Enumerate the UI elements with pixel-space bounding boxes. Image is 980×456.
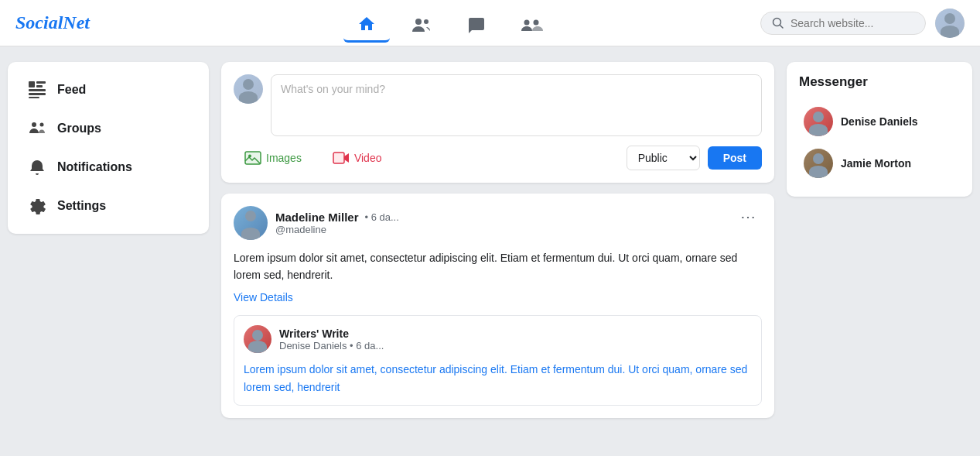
messenger-avatar-denise xyxy=(804,107,833,136)
composer-textarea[interactable] xyxy=(271,74,762,136)
sidebar-label-notifications: Notifications xyxy=(57,160,132,174)
images-button[interactable]: Images xyxy=(234,146,312,170)
sidebar-card: Feed Groups xyxy=(8,62,209,234)
svg-point-12 xyxy=(32,122,36,127)
post-avatar xyxy=(234,206,268,240)
sidebar-label-groups: Groups xyxy=(57,122,101,135)
post-button[interactable]: Post xyxy=(708,146,762,170)
view-details-link[interactable]: View Details xyxy=(234,289,293,306)
visibility-select[interactable]: Public Friends Only Me xyxy=(627,146,700,170)
right-sidebar: Messenger Denise Daniels Jamie Morton xyxy=(787,62,972,418)
svg-rect-9 xyxy=(29,89,46,91)
app-logo: SocialNet xyxy=(15,12,139,33)
post-card: Madeline Miller • 6 da... @madeline ⋯ Lo… xyxy=(221,194,774,418)
svg-point-3 xyxy=(533,19,538,25)
nested-post-header: Writers' Write Denise Daniels • 6 da... xyxy=(244,325,752,353)
nav-friends[interactable] xyxy=(398,4,446,43)
composer-actions: Images Video Public Friends Only Me Po xyxy=(234,146,762,170)
composer-card: Images Video Public Friends Only Me Po xyxy=(221,62,774,183)
groups-icon xyxy=(28,119,46,138)
video-button[interactable]: Video xyxy=(322,146,393,170)
nested-avatar xyxy=(244,325,271,353)
nav-icons xyxy=(343,4,557,43)
search-input[interactable] xyxy=(790,17,914,29)
sidebar-item-groups[interactable]: Groups xyxy=(12,110,204,147)
sidebar-item-feed[interactable]: Feed xyxy=(12,71,204,108)
gear-icon xyxy=(28,197,46,215)
nested-post-body: Lorem ipsum dolor sit amet, consectetur … xyxy=(244,361,752,396)
svg-rect-8 xyxy=(36,85,43,87)
feed-icon xyxy=(28,81,46,99)
svg-rect-11 xyxy=(29,97,39,98)
topnav: SocialNet xyxy=(0,0,980,46)
messenger-title: Messenger xyxy=(799,74,960,90)
messenger-contact-0[interactable]: Denise Daniels xyxy=(799,101,960,142)
composer-user-avatar xyxy=(234,74,263,104)
nav-groups[interactable] xyxy=(507,4,557,43)
post-body: Lorem ipsum dolor sit amet, consectetur … xyxy=(234,249,762,306)
svg-rect-7 xyxy=(36,81,46,84)
page-layout: Feed Groups xyxy=(0,46,980,434)
post-user-info: Madeline Miller • 6 da... @madeline xyxy=(275,211,399,235)
svg-point-2 xyxy=(524,19,529,25)
messenger-contact-1[interactable]: Jamie Morton xyxy=(799,142,960,184)
svg-point-1 xyxy=(424,19,429,24)
image-icon xyxy=(244,151,261,165)
nav-home[interactable] xyxy=(343,4,390,43)
sidebar-item-settings[interactable]: Settings xyxy=(12,187,204,225)
nested-meta: Denise Daniels • 6 da... xyxy=(279,340,384,351)
messenger-name-denise: Denise Daniels xyxy=(841,115,918,128)
post-username: Madeline Miller xyxy=(275,211,359,224)
composer-right: Public Friends Only Me Post xyxy=(627,146,762,170)
video-icon xyxy=(333,151,350,165)
messenger-card: Messenger Denise Daniels Jamie Morton xyxy=(787,62,972,197)
svg-rect-10 xyxy=(29,93,46,95)
search-icon xyxy=(772,17,784,29)
nested-post: Writers' Write Denise Daniels • 6 da... … xyxy=(234,315,762,406)
topnav-right xyxy=(760,9,965,38)
post-menu-button[interactable]: ⋯ xyxy=(734,206,762,228)
composer-top xyxy=(234,74,762,136)
svg-line-5 xyxy=(780,25,784,28)
sidebar-item-notifications[interactable]: Notifications xyxy=(12,149,204,186)
user-avatar-nav[interactable] xyxy=(935,9,965,38)
svg-point-0 xyxy=(415,19,422,25)
nested-group-name: Writers' Write xyxy=(279,327,384,340)
main-feed: Images Video Public Friends Only Me Po xyxy=(221,62,774,418)
messenger-name-jamie: Jamie Morton xyxy=(841,157,911,170)
svg-rect-6 xyxy=(29,81,35,87)
sidebar: Feed Groups xyxy=(8,62,209,418)
search-box[interactable] xyxy=(760,12,926,35)
nested-user-info: Writers' Write Denise Daniels • 6 da... xyxy=(279,327,384,351)
post-header-left: Madeline Miller • 6 da... @madeline xyxy=(234,206,399,240)
post-handle: @madeline xyxy=(275,224,399,235)
sidebar-label-feed: Feed xyxy=(57,83,86,97)
post-header: Madeline Miller • 6 da... @madeline ⋯ xyxy=(234,206,762,240)
sidebar-label-settings: Settings xyxy=(57,199,106,213)
svg-rect-16 xyxy=(333,153,344,163)
nav-messages[interactable] xyxy=(453,4,500,43)
messenger-avatar-jamie xyxy=(804,149,833,178)
post-time: • 6 da... xyxy=(365,211,399,223)
svg-point-13 xyxy=(40,123,44,127)
bell-icon xyxy=(28,158,46,177)
